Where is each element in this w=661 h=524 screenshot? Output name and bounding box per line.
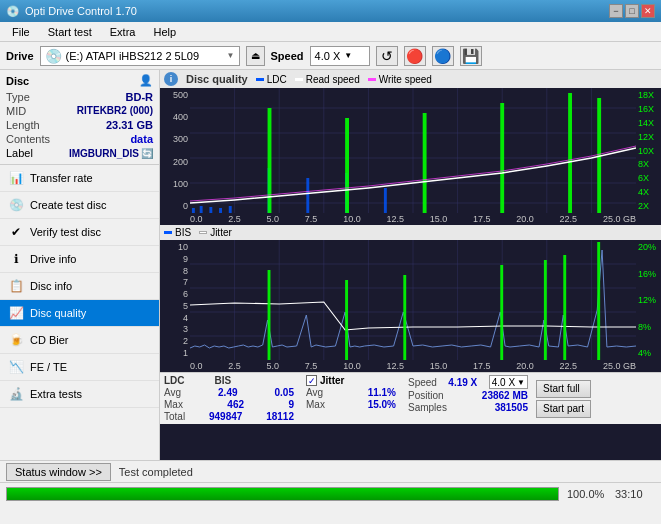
svg-rect-27 xyxy=(568,93,572,213)
svg-rect-47 xyxy=(563,255,566,360)
drive-info-icon: ℹ xyxy=(8,251,24,267)
drive-selector[interactable]: 💿 (E:) ATAPI iHBS212 2 5L09 ▼ xyxy=(40,46,240,66)
minimize-button[interactable]: − xyxy=(609,4,623,18)
chart1-title: Disc quality xyxy=(186,73,248,85)
max-bis: 9 xyxy=(288,399,294,410)
svg-rect-48 xyxy=(597,242,600,360)
nav-disc-quality-label: Disc quality xyxy=(30,307,86,319)
speed-stat-label: Speed xyxy=(408,377,437,388)
menu-file[interactable]: File xyxy=(4,23,38,41)
jitter-label: Jitter xyxy=(320,375,344,386)
drive-bar: Drive 💿 (E:) ATAPI iHBS212 2 5L09 ▼ ⏏ Sp… xyxy=(0,42,661,70)
icon-button-1[interactable]: 🔴 xyxy=(404,46,426,66)
speed-dropdown[interactable]: 4.0 X ▼ xyxy=(489,375,528,389)
total-label: Total xyxy=(164,411,185,422)
drive-value: (E:) ATAPI iHBS212 2 5L09 xyxy=(66,50,223,62)
menu-start-test[interactable]: Start test xyxy=(40,23,100,41)
jitter-avg: 11.1% xyxy=(368,387,396,398)
nav-cd-bier[interactable]: 🍺 CD Bier xyxy=(0,327,159,354)
nav-disc-quality[interactable]: 📈 Disc quality xyxy=(0,300,159,327)
nav-extra-tests[interactable]: 🔬 Extra tests xyxy=(0,381,159,408)
progress-track xyxy=(6,487,559,501)
nav-create-test-disc-label: Create test disc xyxy=(30,199,106,211)
jitter-checkbox-row[interactable]: ✓ Jitter xyxy=(306,375,396,386)
nav-transfer-rate-label: Transfer rate xyxy=(30,172,93,184)
total-bis: 18112 xyxy=(266,411,294,422)
label-value: IMGBURN_DIS xyxy=(69,148,139,159)
svg-rect-15 xyxy=(200,206,203,213)
icon-button-2[interactable]: 🔵 xyxy=(432,46,454,66)
svg-rect-45 xyxy=(500,265,503,360)
mid-label: MID xyxy=(6,105,26,117)
save-button[interactable]: 💾 xyxy=(460,46,482,66)
chart2-x-axis: 0.0 2.5 5.0 7.5 10.0 12.5 15.0 17.5 20.0… xyxy=(160,360,661,372)
drive-label: Drive xyxy=(6,50,34,62)
extra-tests-icon: 🔬 xyxy=(8,386,24,402)
contents-label: Contents xyxy=(6,133,50,145)
speed-row: Speed 4.19 X 4.0 X ▼ xyxy=(408,375,528,389)
progress-time: 33:10 xyxy=(615,488,655,500)
legend-write-speed: Write speed xyxy=(368,74,432,85)
disc-panel-title: Disc xyxy=(6,75,29,87)
ldc-legend-dot xyxy=(256,78,264,81)
type-label: Type xyxy=(6,91,30,103)
jitter-avg-row: Avg 11.1% xyxy=(306,387,396,398)
eject-button[interactable]: ⏏ xyxy=(246,46,265,66)
disc-panel-icon: 👤 xyxy=(139,74,153,87)
nav-verify-test-disc[interactable]: ✔ Verify test disc xyxy=(0,219,159,246)
menu-help[interactable]: Help xyxy=(145,23,184,41)
fe-te-icon: 📉 xyxy=(8,359,24,375)
svg-rect-14 xyxy=(192,208,195,213)
nav-disc-info-label: Disc info xyxy=(30,280,72,292)
nav-drive-info-label: Drive info xyxy=(30,253,76,265)
nav-transfer-rate[interactable]: 📊 Transfer rate xyxy=(0,165,159,192)
nav-cd-bier-label: CD Bier xyxy=(30,334,69,346)
write-speed-legend-label: Write speed xyxy=(379,74,432,85)
svg-rect-43 xyxy=(345,280,348,360)
progress-percent: 100.0% xyxy=(567,488,607,500)
start-part-button[interactable]: Start part xyxy=(536,400,591,418)
samples-val: 381505 xyxy=(495,402,528,413)
nav-drive-info[interactable]: ℹ Drive info xyxy=(0,246,159,273)
nav-create-test-disc[interactable]: 💿 Create test disc xyxy=(0,192,159,219)
refresh-button[interactable]: ↺ xyxy=(376,46,398,66)
svg-rect-20 xyxy=(306,178,309,213)
jitter-stats: ✓ Jitter Avg 11.1% Max 15.0% xyxy=(306,375,396,422)
status-bar: Status window >> Test completed xyxy=(0,460,661,482)
menu-bar: File Start test Extra Help xyxy=(0,22,661,42)
menu-extra[interactable]: Extra xyxy=(102,23,144,41)
jitter-checkbox[interactable]: ✓ xyxy=(306,375,317,386)
cd-bier-icon: 🍺 xyxy=(8,332,24,348)
nav-fe-te[interactable]: 📉 FE / TE xyxy=(0,354,159,381)
legend-jitter: Jitter xyxy=(199,227,232,238)
disc-quality-icon: 📈 xyxy=(8,305,24,321)
disc-quality-chart-icon: i xyxy=(164,72,178,86)
bis-legend-label: BIS xyxy=(175,227,191,238)
verify-test-disc-icon: ✔ xyxy=(8,224,24,240)
chart1-y-axis-left: 500 400 300 200 100 0 xyxy=(160,88,190,213)
nav-disc-info[interactable]: 📋 Disc info xyxy=(0,273,159,300)
write-speed-legend-dot xyxy=(368,78,376,81)
close-button[interactable]: ✕ xyxy=(641,4,655,18)
ldc-bis-stats: LDC BIS Avg 2.49 0.05 Max 462 9 Total 94… xyxy=(164,375,294,422)
chart1: 500 400 300 200 100 0 xyxy=(160,88,661,213)
position-label: Position xyxy=(408,390,444,401)
speed-label: Speed xyxy=(271,50,304,62)
status-text: Test completed xyxy=(119,466,193,478)
jitter-legend-label: Jitter xyxy=(210,227,232,238)
mid-value: RITEKBR2 (000) xyxy=(77,105,153,117)
svg-rect-44 xyxy=(403,275,406,360)
start-full-button[interactable]: Start full xyxy=(536,380,591,398)
chart1-y-axis-right: 18X 16X 14X 12X 10X 8X 6X 4X 2X xyxy=(636,88,661,213)
sidebar: Disc 👤 Type BD-R MID RITEKBR2 (000) Leng… xyxy=(0,70,160,460)
jitter-legend-dot xyxy=(199,231,207,234)
disc-panel: Disc 👤 Type BD-R MID RITEKBR2 (000) Leng… xyxy=(0,70,159,165)
ldc-legend-label: LDC xyxy=(267,74,287,85)
nav-extra-tests-label: Extra tests xyxy=(30,388,82,400)
maximize-button[interactable]: □ xyxy=(625,4,639,18)
bis-header: BIS xyxy=(215,375,232,386)
speed-selector[interactable]: 4.0 X ▼ xyxy=(310,46,370,66)
status-window-button[interactable]: Status window >> xyxy=(6,463,111,481)
max-row: Max 462 9 xyxy=(164,399,294,410)
legend-bis: BIS xyxy=(164,227,191,238)
